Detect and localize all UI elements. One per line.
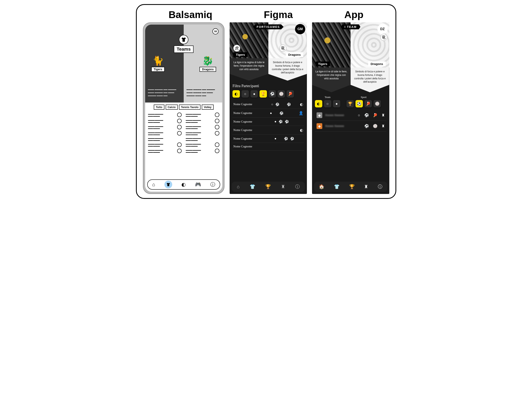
home-icon[interactable]: ⌂	[152, 182, 155, 187]
shirt-icon[interactable]: 👕	[250, 184, 255, 189]
dot-icon[interactable]: ●	[251, 90, 258, 98]
app-filter-section: Team ◐○● Sport 🏆⚽🏓🏐	[312, 92, 389, 109]
figma-filter-title: Filtra Partecipanti	[233, 84, 304, 88]
name-scribble: ▬▬▬▬ ▬▬▬▬▬▬▬▬ ▬▬▬▬	[148, 143, 176, 146]
figma-bottom-nav: ⌂ 👕 🏆 ♜ ⓘ	[232, 182, 305, 192]
trophy-icon[interactable]: 🏆	[260, 90, 267, 98]
volleyball-icon[interactable]: 🏐	[374, 100, 381, 108]
trophy-icon[interactable]: 🏆	[265, 184, 271, 189]
list-item[interactable]: ▬▬▬▬ ▬▬▬▬▬▬▬▬ ▬▬▬▬	[186, 137, 219, 141]
desc-placeholder-left: ▬▬▬ ▬▬▬▬ ▬▬ ▬▬▬▬ ▬▬▬ ▬▬▬▬ ▬▬ ▬▬▬ ▬▬▬▬ ▬▬…	[145, 86, 184, 102]
figma-badge[interactable]: GM	[295, 24, 305, 34]
sport-icon	[177, 113, 182, 117]
role-icon: ◐	[300, 128, 303, 133]
name-scribble: ▬▬▬▬ ▬▬▬▬▬▬▬▬ ▬▬▬▬	[148, 149, 176, 153]
list-item[interactable]: ▬▬▬▬ ▬▬▬▬▬▬▬▬ ▬▬▬▬	[186, 119, 219, 123]
info-icon[interactable]: ⓘ	[210, 181, 215, 188]
app-hero: I TEAM DZ 竜 Tigers Dragons	[312, 22, 389, 67]
participant-marks: ●⚽⚽	[274, 120, 301, 124]
list-item[interactable]: ▬▬▬▬ ▬▬▬▬▬▬▬▬ ▬▬▬▬	[148, 149, 182, 153]
whistle-icon[interactable]: ◐	[181, 182, 186, 187]
name-scribble: ▬▬▬▬ ▬▬▬▬▬▬▬▬ ▬▬▬▬	[186, 149, 214, 153]
list-item[interactable]: Nome Cognome●⚽⚽	[233, 118, 304, 126]
kanji-dragon-icon: 竜	[279, 45, 286, 52]
list-item[interactable]: Nome Cognome	[233, 143, 304, 151]
name-scribble: ▬▬▬▬ ▬▬▬▬▬▬▬▬ ▬▬▬▬	[186, 125, 214, 129]
list-item[interactable]: ▬▬▬▬ ▬▬▬▬▬▬▬▬ ▬▬▬▬	[148, 125, 182, 129]
name-scribble: ▬▬▬▬ ▬▬▬▬▬▬▬▬ ▬▬▬▬	[148, 125, 176, 129]
cat-icon: 🐈	[151, 55, 165, 66]
list-item[interactable]: Nome Cognome●⚽⚽	[233, 135, 304, 143]
half-circle-icon[interactable]: ◐	[233, 90, 240, 98]
trophy-icon[interactable]: 🏆	[347, 100, 354, 108]
filter-calcio[interactable]: Calcio	[166, 105, 178, 110]
list-item[interactable]: ▬▬▬▬ ▬▬▬▬▬▬▬▬ ▬▬▬▬	[148, 113, 182, 117]
figma-panel: FORTIGAMES GM 虎 竜 Tigers Dragons La tigr…	[230, 22, 307, 194]
trophy-icon[interactable]: 🏆	[349, 184, 355, 189]
rook-icon[interactable]: ♜	[281, 184, 285, 189]
ring-icon[interactable]: ○	[324, 100, 331, 108]
balsamiq-bottom-nav: ⌂ ◐ 🎮 ⓘ	[147, 179, 220, 190]
list-item[interactable]: ▬▬▬▬ ▬▬▬▬▬▬▬▬ ▬▬▬▬	[186, 131, 219, 135]
gamepad-icon[interactable]: 🎮	[195, 182, 201, 187]
soccer-icon[interactable]: ⚽	[269, 90, 276, 98]
home-icon[interactable]: 🏠	[319, 184, 324, 189]
pingpong-icon[interactable]: 🏓	[287, 90, 294, 98]
list-item[interactable]: ▬▬▬▬ ▬▬▬▬▬▬▬▬ ▬▬▬▬	[148, 131, 182, 135]
filter-volley[interactable]: Volley	[202, 105, 213, 110]
list-item[interactable]: ◆Xxxxxx Xxxxxxx ⚽🏐♜	[315, 121, 386, 132]
list-item[interactable]: ▬▬▬▬ ▬▬▬▬▬▬▬▬ ▬▬▬▬	[148, 137, 182, 141]
rook-icon[interactable]: ♜	[364, 184, 368, 189]
volleyball-icon[interactable]: 🏐	[278, 90, 285, 98]
role-icon: 👤	[299, 111, 303, 115]
participant-name: Xxxxxx Xxxxxxx	[325, 114, 355, 117]
kanji-dragon-icon: 竜	[380, 34, 387, 41]
team-dragons-label: Dragons	[199, 67, 216, 72]
participant-name: Nome Cognome	[233, 137, 272, 140]
title-balsamiq: Balsamiq	[169, 9, 212, 20]
balsamiq-filters: Tutto Calcio Tennis Tavolo Volley	[145, 102, 222, 111]
sport-icon	[177, 149, 182, 153]
jersey-icon[interactable]	[165, 181, 172, 188]
role-icon: ◐	[300, 102, 303, 107]
sport-icon	[215, 149, 219, 153]
list-item[interactable]: ◆Xxxxxx Xxxxxxx○⚽🏓♜	[315, 110, 386, 121]
name-scribble: ▬▬▬▬ ▬▬▬▬▬▬▬▬ ▬▬▬▬	[148, 119, 176, 123]
app-bottom-nav: 🏠 👕 🏆 ♜ ⓘ	[314, 182, 387, 192]
sport-icon	[177, 142, 182, 147]
list-item[interactable]: Nome Cognome●⚽👤	[233, 109, 304, 118]
half-circle-icon[interactable]: ◐	[315, 100, 322, 108]
list-item[interactable]: ▬▬▬▬ ▬▬▬▬▬▬▬▬ ▬▬▬▬	[148, 119, 182, 123]
profile-badge[interactable]: SB	[212, 28, 219, 34]
list-item[interactable]: ▬▬▬▬ ▬▬▬▬▬▬▬▬ ▬▬▬▬	[186, 113, 219, 117]
pingpong-icon[interactable]: 🏓	[365, 100, 372, 108]
shirt-icon[interactable]: 👕	[334, 184, 340, 189]
list-item[interactable]: ▬▬▬▬ ▬▬▬▬▬▬▬▬ ▬▬▬▬	[186, 125, 219, 129]
sport-icon	[177, 125, 182, 129]
comparison-frame: Balsamiq Figma App SB Teams	[136, 4, 396, 199]
balsamiq-desc-row: ▬▬▬ ▬▬▬▬ ▬▬ ▬▬▬▬ ▬▬▬ ▬▬▬▬ ▬▬ ▬▬▬ ▬▬▬▬ ▬▬…	[145, 86, 222, 102]
list-item[interactable]: ▬▬▬▬ ▬▬▬▬▬▬▬▬ ▬▬▬▬	[186, 149, 219, 153]
info-icon[interactable]: ⓘ	[378, 184, 382, 190]
ring-icon[interactable]: ○	[241, 90, 249, 98]
balsamiq-top: SB Teams 🐈 Tigers 🐉 Dragons	[145, 25, 222, 86]
filter-tutto[interactable]: Tutto	[154, 105, 165, 110]
name-scribble: ▬▬▬▬ ▬▬▬▬▬▬▬▬ ▬▬▬▬	[186, 137, 215, 141]
list-item[interactable]: Nome Cognome○⚽⚽◐	[233, 100, 304, 109]
app-badge[interactable]: DZ	[377, 24, 388, 34]
list-item[interactable]: ▬▬▬▬ ▬▬▬▬▬▬▬▬ ▬▬▬▬	[148, 142, 182, 147]
sport-group-label: Sport	[347, 95, 381, 99]
sport-icon	[215, 142, 219, 147]
filter-tennis-tavolo[interactable]: Tennis Tavolo	[179, 105, 201, 110]
participant-marks: ○⚽⚽	[271, 102, 298, 106]
participant-name: Nome Cognome	[233, 145, 272, 148]
figma-filter-buttons: ◐○●🏆⚽🏐🏓	[233, 90, 304, 98]
soccer-icon[interactable]: ⚽	[355, 100, 363, 108]
page-title: Teams	[174, 45, 194, 53]
list-item[interactable]: Nome Cognome◐	[233, 126, 304, 135]
home-icon[interactable]: ⌂	[237, 184, 240, 189]
list-item[interactable]: ▬▬▬▬ ▬▬▬▬▬▬▬▬ ▬▬▬▬	[186, 142, 219, 147]
dot-icon[interactable]: ●	[333, 100, 340, 108]
app-list: ◆Xxxxxx Xxxxxxx○⚽🏓♜◆Xxxxxx Xxxxxxx ⚽🏐♜	[312, 109, 389, 180]
info-icon[interactable]: ⓘ	[295, 184, 300, 190]
